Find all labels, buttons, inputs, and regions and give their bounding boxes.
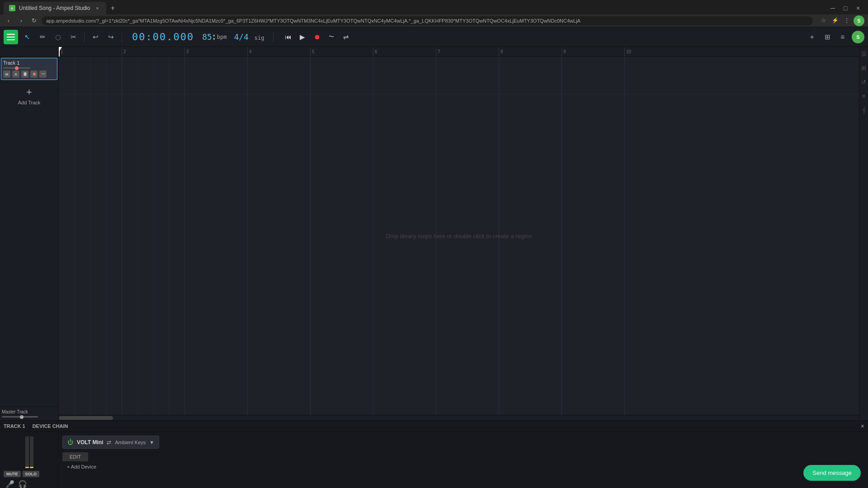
- headphones-icon[interactable]: 🎧: [18, 480, 27, 488]
- bottom-mic-area: 🎤 🎧: [2, 478, 57, 488]
- add-track-button[interactable]: + Add Track: [0, 81, 58, 111]
- right-panel-icon-4[interactable]: ≡: [862, 93, 866, 99]
- undo-button[interactable]: ↩: [89, 31, 102, 43]
- mute-btn[interactable]: MUTE: [4, 471, 21, 477]
- cut-tool[interactable]: ✂: [67, 31, 80, 43]
- mic-icon[interactable]: 🎤: [5, 480, 14, 488]
- ruler-mark-6: 6: [373, 47, 377, 56]
- window-minimize-button[interactable]: ─: [826, 2, 839, 14]
- refresh-button[interactable]: ↻: [29, 16, 39, 26]
- ruler-mark-4: 4: [247, 47, 252, 56]
- ruler-spacer: [0, 47, 58, 57]
- browser-tab[interactable]: A Untitled Song - Amped Studio ×: [4, 2, 106, 14]
- tab-favicon: A: [9, 5, 15, 11]
- device-chain-label: DEVICE CHAIN: [33, 423, 68, 429]
- mixer-icon[interactable]: ≡: [836, 31, 849, 43]
- horizontal-scrollbar[interactable]: [59, 415, 859, 420]
- menu-button[interactable]: [4, 30, 18, 44]
- rewind-button[interactable]: ⏮: [282, 31, 294, 43]
- erase-tool[interactable]: ◌: [52, 31, 64, 43]
- right-panel-icon-3[interactable]: ↺: [861, 79, 866, 85]
- bookmark-button[interactable]: ☆: [818, 15, 828, 25]
- back-button[interactable]: ‹: [4, 16, 14, 26]
- track-region[interactable]: Drop library loops here or double click …: [59, 57, 859, 415]
- vu-bar-left: [25, 436, 29, 468]
- add-track-label: Add Track: [18, 100, 41, 105]
- ruler-mark-10: 10: [624, 47, 631, 56]
- record-button[interactable]: ⏺: [311, 31, 323, 43]
- track-row[interactable]: [59, 57, 859, 94]
- ruler-mark-7: 7: [436, 47, 440, 56]
- profile-button[interactable]: S: [854, 15, 864, 26]
- right-panel-icon-1[interactable]: ☰: [861, 51, 867, 57]
- tab-title: Untitled Song - Amped Studio: [19, 5, 90, 11]
- new-tab-button[interactable]: +: [106, 2, 119, 14]
- timeline-area: 1 2 3 4 5 6 7 8 9 10: [59, 47, 859, 420]
- device-chain-area: ⏻ VOLT Mini ⇄ Ambient Keys ▼ EDIT + Add …: [59, 432, 868, 488]
- ruler-mark-3: 3: [184, 47, 189, 56]
- pencil-tool[interactable]: ✏: [36, 31, 49, 43]
- track-item[interactable]: Track 1 M S 🗑 ⏺ 〜: [1, 58, 57, 80]
- track-volume-slider[interactable]: [3, 67, 55, 69]
- device-dropdown-icon[interactable]: ▼: [149, 440, 154, 445]
- transport-controls: ⏮ ▶ ⏺ 〜 ⇌: [282, 31, 352, 43]
- track-name: Track 1: [3, 60, 55, 66]
- playhead[interactable]: [59, 47, 60, 56]
- bpm-display[interactable]: 85 ▲ ▼ bpm: [202, 32, 226, 42]
- mute-button[interactable]: M: [3, 70, 10, 78]
- url-bar[interactable]: app.ampedstudio.com/?_gl=1*zkt20c*_ga*MT…: [42, 16, 813, 25]
- right-panel-icon-5[interactable]: 𝄞: [862, 107, 866, 114]
- master-track-label: Master Track: [2, 409, 57, 414]
- device-separator: ⇄: [107, 439, 111, 446]
- pointer-tool[interactable]: ↖: [21, 31, 33, 43]
- right-panel: ☰ ⊞ ↺ ≡ 𝄞: [859, 47, 868, 420]
- bottom-content: MUTE SOLO 🎤 🎧 ⏻ VOLT Mini ⇄ Ambient Keys…: [0, 432, 868, 488]
- ruler-mark-5: 5: [310, 47, 315, 56]
- bottom-track-label: TRACK 1: [4, 423, 25, 429]
- quantize-icon[interactable]: ⌖: [806, 31, 818, 43]
- extension-button[interactable]: ⚡: [830, 15, 840, 25]
- vu-bar-right: [30, 436, 33, 468]
- tab-close-button[interactable]: ×: [94, 5, 101, 12]
- forward-button[interactable]: ›: [16, 16, 26, 26]
- settings-button[interactable]: ⋮: [842, 15, 852, 25]
- drop-hint: Drop library loops here or double click …: [386, 233, 532, 239]
- mute-solo-controls: MUTE SOLO: [2, 470, 57, 478]
- track-list: Track 1 M S 🗑 ⏺ 〜 + Add Track: [0, 47, 59, 420]
- bpm-arrows[interactable]: ▲ ▼: [213, 33, 215, 41]
- device-block[interactable]: ⏻ VOLT Mini ⇄ Ambient Keys ▼: [62, 436, 159, 449]
- add-device-button[interactable]: + Add Device: [62, 461, 101, 472]
- time-sig-display[interactable]: 4/4 sig: [234, 32, 264, 42]
- device-sub: Ambient Keys: [115, 440, 146, 445]
- right-panel-icon-2[interactable]: ⊞: [861, 65, 866, 71]
- bottom-close-button[interactable]: ×: [861, 422, 864, 430]
- timeline-ruler[interactable]: 1 2 3 4 5 6 7 8 9 10: [59, 47, 859, 57]
- track-controls: M S 🗑 ⏺ 〜: [3, 70, 55, 78]
- send-message-button[interactable]: Send message: [803, 465, 861, 481]
- track-delete-icon[interactable]: 🗑: [21, 70, 28, 78]
- solo-button[interactable]: S: [12, 70, 19, 78]
- ruler-mark-9: 9: [561, 47, 566, 56]
- device-power-icon[interactable]: ⏻: [67, 439, 73, 446]
- device-name: VOLT Mini: [77, 439, 103, 446]
- scrollbar-thumb[interactable]: [59, 416, 113, 420]
- window-close-button[interactable]: ×: [852, 2, 864, 14]
- track-wave-button[interactable]: 〜: [39, 70, 47, 78]
- bottom-header: TRACK 1 DEVICE CHAIN ×: [0, 421, 868, 432]
- snap-icon[interactable]: ⊞: [821, 31, 834, 43]
- window-maximize-button[interactable]: □: [839, 2, 852, 14]
- master-track: Master Track: [0, 406, 58, 420]
- right-toolbar-icons: ⌖ ⊞ ≡ S: [806, 31, 864, 43]
- master-volume-slider[interactable]: [2, 416, 38, 418]
- solo-btn[interactable]: SOLO: [23, 471, 40, 477]
- user-avatar[interactable]: S: [852, 31, 864, 43]
- redo-button[interactable]: ↪: [104, 31, 117, 43]
- add-track-icon: +: [26, 86, 32, 98]
- ruler-mark-8: 8: [499, 47, 503, 56]
- play-button[interactable]: ▶: [296, 31, 309, 43]
- track-record-button[interactable]: ⏺: [30, 70, 38, 78]
- loop-button[interactable]: ⇌: [340, 31, 352, 43]
- device-edit-button[interactable]: EDIT: [62, 452, 88, 461]
- fade-button[interactable]: 〜: [325, 31, 338, 43]
- bottom-left: MUTE SOLO 🎤 🎧: [0, 432, 59, 488]
